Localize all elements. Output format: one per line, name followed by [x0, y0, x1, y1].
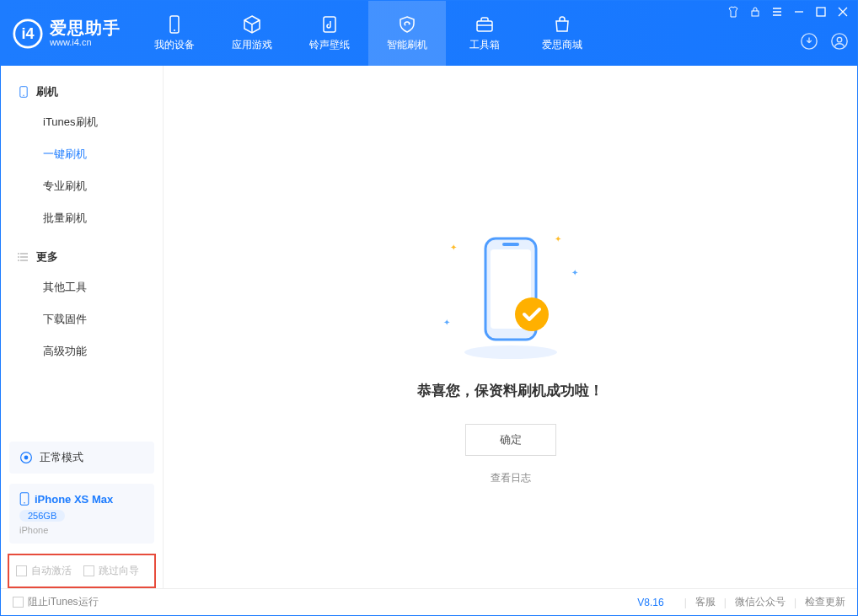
nav-label: 工具箱 [469, 38, 500, 52]
toolbox-icon [475, 14, 495, 35]
svg-rect-9 [752, 11, 759, 16]
svg-point-24 [515, 297, 549, 331]
sidebar-item-other-tools[interactable]: 其他工具 [1, 271, 163, 303]
nav-ringtone-wallpaper[interactable]: 铃声壁纸 [291, 1, 368, 66]
checkbox-block-itunes[interactable]: 阻止iTunes运行 [13, 595, 99, 609]
sidebar: 刷机 iTunes刷机 一键刷机 专业刷机 批量刷机 更多 其他工具 下载固件 … [1, 66, 164, 588]
svg-point-20 [464, 345, 557, 359]
shirt-icon[interactable] [727, 6, 739, 18]
mode-icon [19, 451, 33, 464]
checkbox-icon [16, 565, 27, 576]
sidebar-tree: 刷机 iTunes刷机 一键刷机 专业刷机 批量刷机 更多 其他工具 下载固件 … [1, 66, 163, 437]
device-icon [164, 14, 185, 35]
ok-button[interactable]: 确定 [465, 424, 556, 456]
svg-text:i4: i4 [21, 25, 34, 42]
footer: 阻止iTunes运行 V8.16 | 客服 | 微信公众号 | 检查更新 [1, 588, 857, 615]
sidebar-section-more: 更多 其他工具 下载固件 高级功能 [1, 243, 163, 367]
refresh-shield-icon [397, 14, 417, 35]
checkbox-label: 自动激活 [31, 564, 72, 578]
sidebar-item-download-firmware[interactable]: 下载固件 [1, 303, 163, 335]
nav-apps-games[interactable]: 应用游戏 [213, 1, 291, 66]
sidebar-item-oneclick-flash[interactable]: 一键刷机 [1, 138, 163, 170]
svg-rect-5 [477, 21, 492, 31]
section-title: 更多 [36, 249, 58, 265]
footer-link-update[interactable]: 检查更新 [805, 595, 845, 609]
mode-box[interactable]: 正常模式 [9, 442, 154, 474]
mode-label: 正常模式 [40, 450, 83, 465]
note-icon [319, 14, 340, 35]
app-logo: i4 爱思助手 www.i4.cn [1, 1, 136, 66]
maximize-icon[interactable] [815, 6, 827, 18]
svg-rect-23 [502, 243, 519, 246]
checkbox-label: 跳过向导 [99, 564, 139, 578]
svg-point-8 [837, 37, 842, 42]
view-log-link[interactable]: 查看日志 [491, 471, 531, 485]
header-actions [800, 32, 849, 51]
svg-point-14 [18, 256, 19, 258]
device-phone-icon [19, 492, 29, 506]
sidebar-item-batch-flash[interactable]: 批量刷机 [1, 202, 163, 234]
svg-rect-4 [324, 17, 335, 32]
header: i4 爱思助手 www.i4.cn 我的设备 应用游戏 铃声壁纸 智能刷 [1, 1, 857, 66]
nav-toolbox[interactable]: 工具箱 [446, 1, 523, 66]
nav-my-device[interactable]: 我的设备 [136, 1, 213, 66]
footer-link-wechat[interactable]: 微信公众号 [735, 595, 786, 609]
user-icon[interactable] [830, 32, 849, 51]
sidebar-section-head[interactable]: 更多 [1, 243, 163, 271]
sidebar-section-flash: 刷机 iTunes刷机 一键刷机 专业刷机 批量刷机 [1, 78, 163, 234]
app-window: i4 爱思助手 www.i4.cn 我的设备 应用游戏 铃声壁纸 智能刷 [0, 0, 858, 616]
svg-point-19 [24, 502, 25, 504]
body: 刷机 iTunes刷机 一键刷机 专业刷机 批量刷机 更多 其他工具 下载固件 … [1, 66, 857, 588]
svg-point-3 [174, 29, 175, 31]
svg-point-7 [832, 34, 847, 49]
nav-label: 应用游戏 [232, 38, 272, 52]
svg-point-13 [18, 253, 19, 254]
close-icon[interactable] [837, 6, 849, 18]
nav-label: 铃声壁纸 [309, 38, 350, 52]
top-nav: 我的设备 应用游戏 铃声壁纸 智能刷机 工具箱 爱思商城 [136, 1, 601, 66]
sidebar-section-head[interactable]: 刷机 [1, 78, 163, 106]
footer-link-support[interactable]: 客服 [695, 595, 716, 609]
device-type: iPhone [19, 525, 144, 535]
nav-store[interactable]: 爱思商城 [523, 1, 601, 66]
device-storage-badge: 256GB [19, 510, 65, 522]
window-controls [727, 6, 849, 18]
menu-icon[interactable] [771, 6, 783, 18]
nav-label: 智能刷机 [387, 38, 427, 52]
nav-smart-flash[interactable]: 智能刷机 [368, 1, 446, 66]
success-illustration: ✦ ✦ ✦ ✦ [443, 234, 578, 361]
checkbox-label: 阻止iTunes运行 [28, 595, 99, 609]
cube-icon [242, 14, 262, 35]
logo-icon: i4 [13, 19, 43, 49]
options-highlighted: 自动激活 跳过向导 [8, 554, 156, 588]
svg-point-17 [24, 456, 29, 460]
list-icon [18, 251, 29, 263]
minimize-icon[interactable] [793, 6, 805, 18]
phone-icon [18, 86, 29, 98]
main-content: ✦ ✦ ✦ ✦ 恭喜您，保资料刷机成功啦！ 确定 查看日志 [164, 66, 857, 588]
app-url: www.i4.cn [50, 37, 121, 47]
bag-icon [552, 14, 572, 35]
nav-label: 我的设备 [154, 38, 195, 52]
section-title: 刷机 [36, 84, 58, 99]
svg-point-12 [23, 95, 24, 96]
sidebar-item-itunes-flash[interactable]: iTunes刷机 [1, 106, 163, 138]
sidebar-item-advanced[interactable]: 高级功能 [1, 335, 163, 367]
checkbox-skip-guide[interactable]: 跳过向导 [83, 564, 139, 578]
sidebar-item-pro-flash[interactable]: 专业刷机 [1, 170, 163, 202]
checkbox-icon [83, 565, 94, 576]
device-box[interactable]: iPhone XS Max 256GB iPhone [9, 484, 154, 544]
success-message: 恭喜您，保资料刷机成功啦！ [417, 381, 603, 400]
checkbox-icon [13, 597, 24, 608]
svg-rect-10 [817, 8, 825, 16]
nav-label: 爱思商城 [542, 38, 582, 52]
app-name: 爱思助手 [50, 19, 121, 37]
lock-icon[interactable] [749, 6, 761, 18]
device-name: iPhone XS Max [35, 493, 113, 506]
download-icon[interactable] [800, 32, 818, 51]
svg-point-15 [18, 260, 19, 261]
checkbox-auto-activate[interactable]: 自动激活 [16, 564, 72, 578]
version-label: V8.16 [637, 597, 663, 608]
